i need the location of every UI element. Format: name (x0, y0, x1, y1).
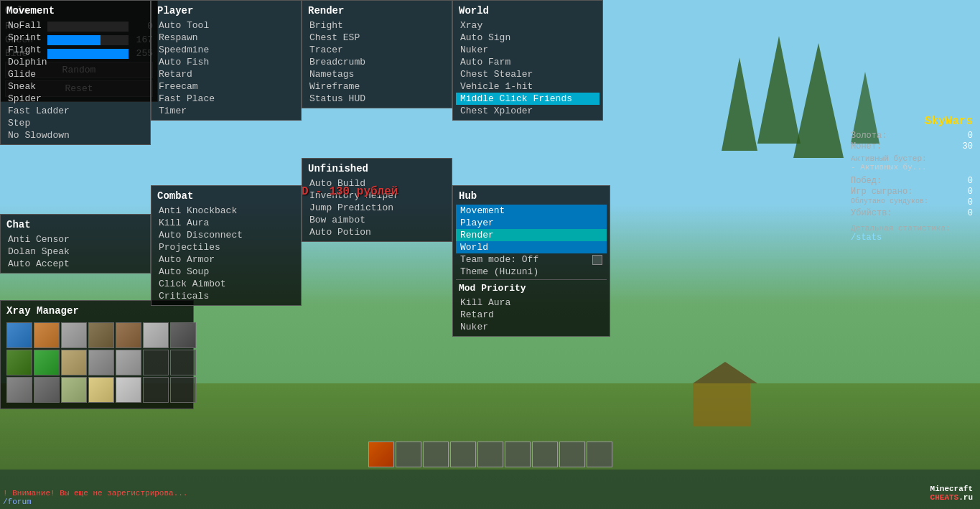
movement-spider[interactable]: Spider (4, 93, 147, 105)
color-green-bar[interactable] (47, 35, 129, 45)
chat-auto-accept[interactable]: Auto Accept (4, 258, 147, 270)
unfinished-inventory-helper[interactable]: Inventory Helper (305, 190, 449, 202)
render-breadcrumb[interactable]: Breadcrumb (305, 56, 449, 68)
hud-stats-cmd[interactable]: /stats (851, 233, 973, 243)
world-middle-click-friends[interactable]: Middle Click Friends (456, 93, 599, 105)
render-tracer[interactable]: Tracer (305, 44, 449, 56)
render-nametags[interactable]: Nametags (305, 68, 449, 80)
hotbar-slot-4[interactable] (450, 442, 476, 467)
movement-no-slowdown[interactable]: No Slowdown (4, 129, 147, 141)
combat-anti-knockback[interactable]: Anti Knockback (154, 205, 298, 217)
xray-slot-14[interactable] (170, 350, 196, 375)
hub-render[interactable]: Render (456, 229, 607, 241)
world-chest-xploder[interactable]: Chest Xploder (456, 105, 599, 117)
hotbar-slot-6[interactable] (505, 442, 531, 467)
world-auto-sign[interactable]: Auto Sign (456, 32, 599, 44)
xray-slot-18[interactable] (88, 377, 114, 403)
chat-dolan-speak[interactable]: Dolan Speak (4, 246, 147, 258)
world-chest-stealer[interactable]: Chest Stealer (456, 68, 599, 80)
xray-slot-7[interactable] (170, 322, 196, 348)
world-nuker[interactable]: Nuker (456, 44, 599, 56)
hub-movement[interactable]: Movement (456, 205, 607, 217)
xray-slot-1[interactable] (6, 322, 32, 348)
hotbar-slot-1[interactable] (368, 442, 394, 467)
render-panel: Render Bright Chest ESP Tracer Breadcrum… (302, 0, 452, 108)
render-status-hud[interactable]: Status HUD (305, 93, 449, 105)
combat-auto-disconnect[interactable]: Auto Disconnect (154, 229, 298, 241)
xray-slots (4, 319, 190, 406)
render-bright[interactable]: Bright (305, 19, 449, 32)
unfinished-jump-prediction[interactable]: Jump Prediction (305, 202, 449, 214)
combat-criticals[interactable]: Criticals (154, 290, 298, 302)
world-xray[interactable]: Xray (456, 19, 599, 32)
xray-slot-17[interactable] (61, 377, 87, 403)
hotbar-slot-2[interactable] (396, 442, 421, 467)
player-timer[interactable]: Timer (154, 105, 298, 117)
chat-message: ! Внимание! Вы еще не зарегистрирова... (3, 489, 977, 498)
color-blue-bar[interactable] (47, 49, 129, 59)
player-freecam[interactable]: Freecam (154, 80, 298, 93)
xray-slot-11[interactable] (88, 350, 114, 375)
hud-title: SkyWars (851, 115, 973, 128)
hud-gold-label: Золота: (851, 131, 887, 141)
hub-theme[interactable]: Theme (Huzuni) (456, 266, 607, 278)
chat-forum[interactable]: /forum (3, 498, 977, 506)
hotbar-slot-3[interactable] (423, 442, 449, 467)
unfinished-auto-build[interactable]: Auto Build (305, 177, 449, 190)
render-chest-esp[interactable]: Chest ESP (305, 32, 449, 44)
xray-slot-21[interactable] (170, 377, 196, 403)
hub-header: Hub (456, 189, 607, 203)
xray-slot-10[interactable] (61, 350, 87, 375)
movement-fast-ladder[interactable]: Fast Ladder (4, 105, 147, 117)
chat-anti-censor[interactable]: Anti Censor (4, 233, 147, 246)
hotbar-slot-5[interactable] (477, 442, 503, 467)
movement-header: Movement (4, 4, 147, 18)
combat-auto-armor[interactable]: Auto Armor (154, 253, 298, 266)
player-retard[interactable]: Retard (154, 68, 298, 80)
color-red-bar[interactable] (47, 22, 129, 32)
player-auto-tool[interactable]: Auto Tool (154, 19, 298, 32)
xray-slot-8[interactable] (6, 350, 32, 375)
xray-slot-15[interactable] (6, 377, 32, 403)
combat-projectiles[interactable]: Projectiles (154, 241, 298, 253)
xray-slot-19[interactable] (116, 377, 141, 403)
world-auto-farm[interactable]: Auto Farm (456, 56, 599, 68)
movement-sneak[interactable]: Sneak (4, 80, 147, 93)
movement-step[interactable]: Step (4, 117, 147, 129)
unfinished-auto-potion[interactable]: Auto Potion (305, 226, 449, 238)
hub-mod-kill-aura[interactable]: Kill Aura (456, 296, 607, 309)
xray-slot-9[interactable] (34, 350, 60, 375)
hub-mod-nuker[interactable]: Nuker (456, 321, 607, 333)
hotbar-slot-8[interactable] (559, 442, 585, 467)
xray-slot-2[interactable] (34, 322, 60, 348)
player-respawn[interactable]: Respawn (154, 32, 298, 44)
render-wireframe[interactable]: Wireframe (305, 80, 449, 93)
xray-slot-5[interactable] (116, 322, 141, 348)
world-vehicle-1-hit[interactable]: Vehicle 1-hit (456, 80, 599, 93)
player-fast-place[interactable]: Fast Place (154, 93, 298, 105)
hub-world[interactable]: World (456, 241, 607, 253)
world-header: World (456, 4, 599, 18)
xray-slot-13[interactable] (143, 350, 169, 375)
xray-slot-12[interactable] (116, 350, 141, 375)
unfinished-bow-aimbot[interactable]: Bow aimbot (305, 214, 449, 226)
player-speedmine[interactable]: Speedmine (154, 44, 298, 56)
hub-team-mode[interactable]: Team mode: Off (456, 253, 607, 266)
mc-logo-line2: CHEATS.ru (930, 493, 973, 502)
color-blue-fill (47, 49, 129, 59)
player-auto-fish[interactable]: Auto Fish (154, 56, 298, 68)
combat-kill-aura[interactable]: Kill Aura (154, 217, 298, 229)
combat-auto-soup[interactable]: Auto Soup (154, 266, 298, 278)
combat-click-aimbot[interactable]: Click Aimbot (154, 278, 298, 290)
hotbar-slot-9[interactable] (587, 442, 612, 467)
xray-slot-20[interactable] (143, 377, 169, 403)
hub-mod-retard[interactable]: Retard (456, 309, 607, 321)
xray-slot-16[interactable] (34, 377, 60, 403)
hud-kills-value: 0 (968, 208, 973, 218)
xray-slot-6[interactable] (143, 322, 169, 348)
hotbar-slot-7[interactable] (532, 442, 558, 467)
movement-glide[interactable]: Glide (4, 68, 147, 80)
xray-slot-4[interactable] (88, 322, 114, 348)
xray-slot-3[interactable] (61, 322, 87, 348)
hub-player[interactable]: Player (456, 217, 607, 229)
